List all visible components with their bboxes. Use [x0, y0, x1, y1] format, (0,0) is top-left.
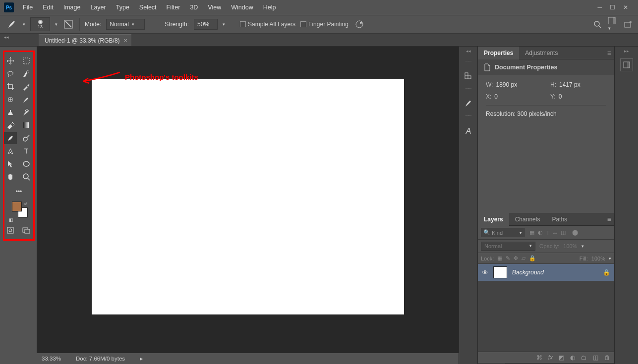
history-brush-tool[interactable]	[20, 106, 33, 118]
brush-settings-icon[interactable]	[62, 18, 74, 30]
layer-filter-kind-select[interactable]: 🔍Kind ▾	[481, 228, 524, 237]
link-layers-icon[interactable]: ⌘	[536, 354, 542, 361]
doc-info[interactable]: Doc: 7.66M/0 bytes	[76, 356, 125, 362]
new-group-icon[interactable]: 🗀	[581, 354, 587, 361]
filter-adjust-icon[interactable]: ◐	[538, 229, 543, 236]
eraser-tool[interactable]	[4, 119, 17, 131]
strip-grip-3[interactable]: ┈┈	[465, 113, 471, 118]
layer-name[interactable]: Background	[512, 269, 544, 276]
lock-pixels-icon[interactable]: ▦	[497, 255, 502, 261]
path-select-tool[interactable]	[4, 158, 17, 170]
menu-view[interactable]: View	[203, 0, 226, 15]
tab-channels[interactable]: Channels	[509, 213, 546, 226]
strip-grip[interactable]: ┈┈	[465, 58, 471, 64]
layers-panel-menu-icon[interactable]: ≡	[607, 215, 611, 223]
pen-tool[interactable]	[4, 145, 17, 157]
libraries-icon[interactable]	[620, 58, 633, 71]
expand-strip-icon[interactable]: ◂◂	[466, 49, 471, 53]
document-tab-close-icon[interactable]: ×	[124, 37, 128, 44]
layer-mask-icon[interactable]: ◩	[559, 354, 564, 361]
document-tab[interactable]: Untitled-1 @ 33.3% (RGB/8) ×	[39, 34, 131, 46]
doc-info-arrow-icon[interactable]: ▸	[140, 355, 143, 362]
marquee-tool[interactable]	[20, 55, 33, 67]
layer-blend-mode-select[interactable]: Normal▾	[481, 242, 535, 251]
move-tool[interactable]	[4, 55, 17, 67]
search-icon[interactable]	[593, 20, 601, 28]
gradient-tool[interactable]	[20, 119, 33, 131]
dodge-tool[interactable]	[20, 132, 33, 144]
history-panel-icon[interactable]	[462, 70, 475, 83]
workspace-switcher-icon[interactable]: ▾	[608, 17, 617, 31]
character-panel-icon[interactable]: A	[462, 124, 475, 137]
menu-layer[interactable]: Layer	[85, 0, 111, 15]
brushes-panel-icon[interactable]	[462, 97, 475, 110]
color-swatches[interactable]: ⤾ ◧	[4, 201, 34, 223]
new-layer-icon[interactable]: ◫	[593, 354, 598, 361]
brush-preset-dropdown[interactable]: ▾	[55, 22, 58, 27]
canvas[interactable]	[92, 79, 404, 314]
close-icon[interactable]: ✕	[623, 4, 628, 11]
menu-type[interactable]: Type	[111, 0, 134, 15]
quick-mask-tool[interactable]	[4, 224, 17, 236]
properties-panel-menu-icon[interactable]: ≡	[607, 49, 611, 57]
menu-filter[interactable]: Filter	[162, 0, 185, 15]
swap-colors-icon[interactable]: ⤾	[24, 201, 28, 206]
tab-paths[interactable]: Paths	[546, 213, 573, 226]
filter-smart-icon[interactable]: ◫	[561, 229, 566, 236]
layer-row-background[interactable]: 👁 Background 🔒	[478, 264, 614, 281]
menu-image[interactable]: Image	[58, 0, 86, 15]
minimize-icon[interactable]: ─	[597, 4, 602, 11]
menu-select[interactable]: Select	[134, 0, 162, 15]
zoom-tool[interactable]	[20, 171, 33, 183]
expand-tools-icon[interactable]: ◂◂	[4, 35, 9, 40]
strip-grip-2[interactable]: ┈┈	[465, 86, 471, 91]
brush-preset-picker[interactable]: 13	[30, 17, 50, 31]
spot-heal-tool[interactable]	[4, 94, 17, 105]
quick-select-tool[interactable]	[20, 68, 33, 80]
lasso-tool[interactable]	[4, 68, 17, 80]
tool-indicator-icon[interactable]	[6, 18, 18, 30]
hand-tool[interactable]	[4, 171, 17, 183]
maximize-icon[interactable]: ☐	[610, 4, 615, 11]
opacity-value[interactable]: 100%	[563, 243, 577, 249]
filter-toggle-icon[interactable]: ⬤	[572, 229, 578, 236]
strength-input[interactable]: 50%	[194, 19, 218, 30]
shape-tool[interactable]	[20, 158, 33, 170]
zoom-level[interactable]: 33.33%	[42, 356, 61, 362]
menu-edit[interactable]: Edit	[38, 0, 58, 15]
canvas-area[interactable]: Photoshop's toolkits	[37, 47, 459, 364]
default-colors-icon[interactable]: ◧	[9, 217, 14, 222]
tab-layers[interactable]: Layers	[478, 213, 509, 226]
lock-position-icon[interactable]: ✥	[514, 255, 518, 261]
screen-mode-tool[interactable]	[20, 224, 33, 236]
lock-artboard-icon[interactable]: ▱	[522, 255, 525, 261]
smudge-tool[interactable]	[4, 132, 17, 144]
layer-visibility-icon[interactable]: 👁	[482, 269, 488, 276]
filter-type-icon[interactable]: T	[546, 230, 550, 236]
menu-3d[interactable]: 3D	[185, 0, 203, 15]
expand-far-strip-icon[interactable]: ▸▸	[624, 49, 629, 53]
fill-value[interactable]: 100%	[591, 256, 605, 261]
pressure-toggle-icon[interactable]	[353, 18, 365, 30]
type-tool[interactable]: T	[20, 145, 33, 157]
crop-tool[interactable]	[4, 81, 17, 93]
tab-adjustments[interactable]: Adjustments	[519, 47, 564, 59]
sample-all-layers-checkbox[interactable]: Sample All Layers	[240, 21, 295, 28]
layer-fx-icon[interactable]: fx	[548, 354, 553, 361]
delete-layer-icon[interactable]: 🗑	[604, 354, 610, 361]
layer-thumbnail[interactable]	[493, 266, 507, 278]
foreground-color-swatch[interactable]	[12, 202, 22, 211]
tool-preset-dropdown[interactable]: ▾	[23, 22, 25, 27]
lock-brush-icon[interactable]: ✎	[506, 255, 510, 261]
tab-properties[interactable]: Properties	[478, 47, 519, 59]
menu-file[interactable]: File	[18, 0, 38, 15]
blend-mode-select[interactable]: Normal▾	[106, 19, 145, 30]
clone-stamp-tool[interactable]	[4, 106, 17, 118]
menu-help[interactable]: Help	[258, 0, 281, 15]
new-adjustment-icon[interactable]: ◐	[570, 354, 575, 361]
edit-toolbar-icon[interactable]: •••	[12, 186, 25, 198]
layer-lock-icon[interactable]: 🔒	[603, 269, 610, 276]
lock-all-icon[interactable]: 🔒	[529, 255, 536, 261]
filter-shape-icon[interactable]: ▱	[553, 229, 557, 236]
brush-tool[interactable]	[20, 94, 33, 105]
